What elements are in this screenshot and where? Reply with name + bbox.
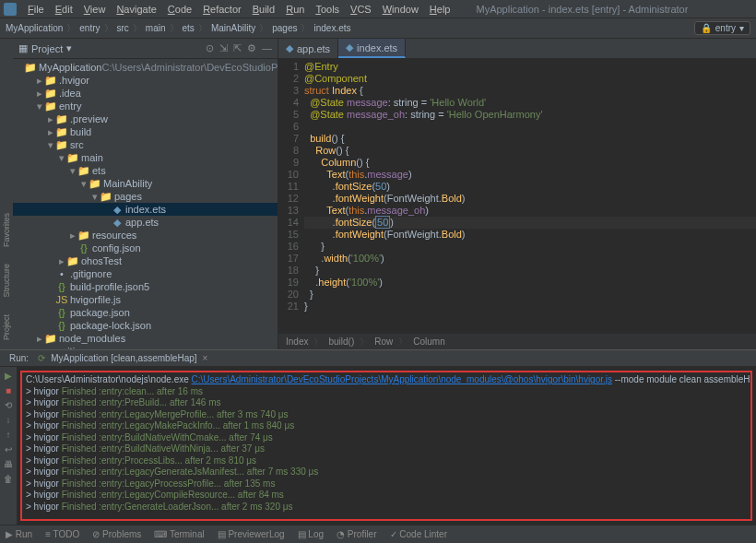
editor-tab-app-ets[interactable]: ◆ app.ets (278, 39, 338, 58)
select-opened-file-icon[interactable]: ⊙ (206, 42, 214, 54)
menu-tools[interactable]: Tools (310, 2, 345, 17)
editor-crumb[interactable]: Row (374, 336, 393, 347)
menu-run[interactable]: Run (280, 2, 310, 17)
rail-favorites[interactable]: Favorites (2, 213, 11, 247)
tree-node--hvigor[interactable]: ▸📁.hvigor (13, 74, 278, 87)
gear-icon[interactable]: ⚙ (247, 42, 256, 54)
breadcrumb-item[interactable]: MainAbility (211, 23, 255, 33)
project-tool-window: ▦ Project ▾ ⊙ ⇲ ⇱ ⚙ — 📁MyApplication C:\… (13, 39, 278, 349)
editor-crumb[interactable]: build() (328, 336, 354, 347)
breadcrumb-item[interactable]: MyApplication (6, 23, 63, 33)
rail-structure[interactable]: Structure (2, 264, 11, 298)
status-terminal[interactable]: ⌨ Terminal (154, 529, 204, 539)
tree-node--idea[interactable]: ▸📁.idea (13, 87, 278, 100)
app-icon (4, 3, 17, 16)
run-config-selector[interactable]: 🔒entry ▾ (694, 21, 750, 35)
tree-node-app-ets[interactable]: ◆app.ets (13, 216, 278, 229)
run-config-name: MyApplication [clean,assembleHap] (51, 353, 196, 363)
window-title: MyApplication - index.ets [entry] - Admi… (476, 4, 688, 15)
stop-icon[interactable]: ■ (3, 385, 14, 396)
tree-node-package-lock-json[interactable]: {}package-lock.json (13, 319, 278, 332)
run-status-icon: ⟳ (38, 353, 45, 363)
code-editor[interactable]: 123456789101112131415161718192021 @Entry… (278, 59, 756, 333)
navigation-bar: MyApplication〉entry〉src〉main〉ets〉MainAbi… (0, 18, 756, 39)
status-code-linter[interactable]: ✓ Code Linter (390, 529, 447, 539)
breadcrumb-item[interactable]: entry (79, 23, 100, 33)
tree-node-src[interactable]: ▾📁src (13, 138, 278, 151)
menu-vcs[interactable]: VCS (345, 2, 377, 17)
menu-help[interactable]: Help (424, 2, 456, 17)
hide-icon[interactable]: — (262, 42, 272, 54)
menu-view[interactable]: View (78, 2, 112, 17)
down-icon[interactable]: ↓ (3, 415, 14, 426)
editor-breadcrumb[interactable]: Index〉build()〉Row〉Column (278, 333, 756, 349)
rerun-icon[interactable]: ▶ (3, 371, 14, 382)
expand-all-icon[interactable]: ⇲ (219, 42, 228, 54)
status-profiler[interactable]: ◔ Profiler (337, 529, 376, 539)
restart-icon[interactable]: ⟲ (3, 400, 14, 411)
tree-node-config-json[interactable]: {}config.json (13, 242, 278, 254)
menu-refactor[interactable]: Refactor (197, 2, 247, 17)
breadcrumb-item[interactable]: pages (272, 23, 297, 33)
run-toolbar: ▶ ■ ⟲ ↓ ↑ ↩ 🖶 🗑 (0, 367, 17, 525)
menu-navigate[interactable]: Navigate (111, 2, 161, 17)
status-previewerlog[interactable]: ▤ PreviewerLog (218, 529, 285, 539)
breadcrumb-item[interactable]: main (146, 23, 166, 33)
trash-icon[interactable]: 🗑 (3, 474, 14, 485)
tree-node--preview[interactable]: ▸📁.preview (13, 112, 278, 125)
run-label: Run: (6, 353, 32, 363)
project-panel-title: ▦ Project ▾ (18, 42, 206, 54)
editor-area: ◆ app.ets◆ index.ets 1234567891011121314… (278, 39, 756, 349)
menu-build[interactable]: Build (247, 2, 280, 17)
lock-icon: 🔒 (701, 23, 712, 33)
breadcrumb-item[interactable]: src (117, 23, 129, 33)
tree-node-resources[interactable]: ▸📁resources (13, 229, 278, 242)
tree-node-entry[interactable]: ▾📁entry (13, 100, 278, 112)
status-bar: ▶ Run≡ TODO⊘ Problems⌨ Terminal▤ Preview… (0, 525, 756, 543)
left-rail: Favorites Structure Project (0, 39, 13, 349)
editor-crumb[interactable]: Index (286, 336, 308, 347)
menu-file[interactable]: File (22, 2, 50, 17)
tree-node-index-ets[interactable]: ◆index.ets (13, 203, 278, 216)
tree-node-myapplication[interactable]: 📁MyApplication C:\Users\Administrator\De… (13, 61, 278, 74)
tree-node-build-profile-json5[interactable]: {}build-profile.json5 (13, 280, 278, 293)
status-run[interactable]: ▶ Run (6, 529, 32, 539)
tree-node-ohostest[interactable]: ▸📁ohosTest (13, 254, 278, 267)
status-problems[interactable]: ⊘ Problems (92, 529, 141, 539)
menubar: FileEditViewNavigateCodeRefactorBuildRun… (0, 0, 756, 18)
tree-node-ets[interactable]: ▾📁ets (13, 164, 278, 177)
print-icon[interactable]: 🖶 (3, 459, 14, 470)
collapse-all-icon[interactable]: ⇱ (233, 42, 242, 54)
editor-tab-index-ets[interactable]: ◆ index.ets (338, 39, 406, 58)
breadcrumb-item[interactable]: index.ets (313, 23, 350, 33)
breadcrumb-item[interactable]: ets (183, 23, 195, 33)
tree-node-build[interactable]: ▸📁build (13, 125, 278, 138)
project-tree[interactable]: 📁MyApplication C:\Users\Administrator\De… (13, 59, 278, 349)
status-log[interactable]: ▤ Log (298, 529, 324, 539)
wrap-icon[interactable]: ↩ (3, 444, 14, 455)
status-todo[interactable]: ≡ TODO (45, 529, 79, 539)
tree-node-package-json[interactable]: {}package.json (13, 306, 278, 319)
rail-project[interactable]: Project (2, 314, 11, 340)
tree-node-mainability[interactable]: ▾📁MainAbility (13, 177, 278, 190)
up-icon[interactable]: ↑ (3, 430, 14, 441)
tree-node-hvigorfile-js[interactable]: JShvigorfile.js (13, 293, 278, 306)
editor-crumb[interactable]: Column (413, 336, 444, 347)
console-output[interactable]: C:\Users\Administrator\nodejs\node.exe C… (20, 371, 752, 521)
run-tool-window: Run: ⟳ MyApplication [clean,assembleHap]… (0, 349, 756, 525)
tree-node-pages[interactable]: ▾📁pages (13, 190, 278, 203)
tree-node--gitignore[interactable]: •.gitignore (13, 267, 278, 280)
menu-window[interactable]: Window (377, 2, 424, 17)
menu-edit[interactable]: Edit (50, 2, 78, 17)
tree-node-node_modules[interactable]: ▸📁node_modules (13, 332, 278, 345)
editor-tabs: ◆ app.ets◆ index.ets (278, 39, 756, 59)
tree-node-main[interactable]: ▾📁main (13, 151, 278, 164)
menu-code[interactable]: Code (162, 2, 197, 17)
